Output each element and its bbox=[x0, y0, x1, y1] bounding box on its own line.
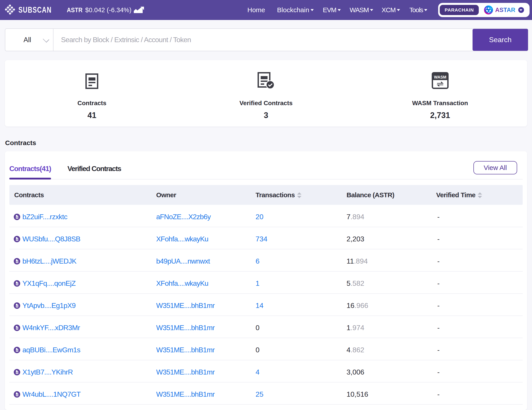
svg-text:WASM: WASM bbox=[434, 75, 446, 79]
